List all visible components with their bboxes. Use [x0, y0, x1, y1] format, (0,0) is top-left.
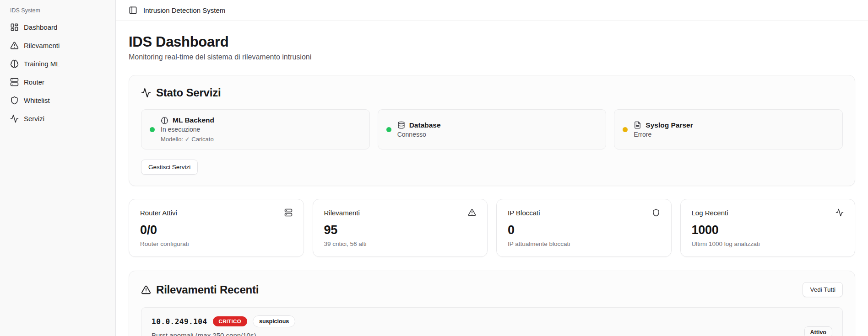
service-model-status: Modello: ✓ Caricato — [161, 136, 214, 143]
service-name: ML Backend — [173, 116, 214, 124]
sidebar-item-training-ml[interactable]: Training ML — [6, 56, 109, 72]
sidebar-item-router[interactable]: Router — [6, 74, 109, 90]
dashboard-icon — [10, 23, 19, 32]
state-badge: Attivo — [804, 326, 832, 336]
stat-title: Log Recenti — [692, 209, 728, 217]
service-status: Errore — [634, 131, 693, 138]
status-dot — [386, 127, 391, 132]
sidebar-toggle-icon[interactable] — [129, 6, 137, 15]
stat-card-log-recenti: Log Recenti 1000 Ultimi 1000 log analizz… — [680, 199, 856, 257]
server-icon — [10, 78, 19, 86]
alert-triangle-icon — [468, 208, 476, 217]
activity-icon — [141, 88, 151, 98]
services-grid: ML Backend In esecuzione Modello: ✓ Cari… — [141, 109, 843, 149]
topbar-title: Intrusion Detection System — [143, 6, 225, 14]
status-dot — [150, 127, 155, 132]
brain-icon — [10, 59, 19, 68]
detections-panel: Rilevamenti Recenti Vedi Tutti 10.0.249.… — [129, 271, 855, 336]
stat-card-rilevamenti: Rilevamenti 95 39 critici, 56 alti — [313, 199, 488, 257]
severity-badge: CRITICO — [213, 316, 247, 326]
shield-icon — [652, 208, 660, 217]
status-dot — [623, 127, 628, 132]
manage-services-button[interactable]: Gestisci Servizi — [141, 160, 198, 175]
service-card-syslog-parser: Syslog Parser Errore — [614, 109, 843, 149]
stat-title: IP Bloccati — [508, 209, 540, 217]
stat-subtext: IP attualmente bloccati — [508, 240, 660, 247]
main-area: Intrusion Detection System IDS Dashboard… — [116, 0, 868, 336]
sidebar-item-label: Dashboard — [24, 23, 57, 31]
sidebar-item-label: Rilevamenti — [24, 42, 60, 49]
services-panel: Stato Servizi ML Backend In esecuzione — [129, 75, 855, 186]
sidebar-item-label: Servizi — [24, 115, 44, 123]
stat-subtext: 39 critici, 56 alti — [324, 240, 477, 247]
stat-title: Router Attivi — [140, 209, 177, 217]
sidebar-item-rilevamenti[interactable]: Rilevamenti — [6, 37, 109, 53]
view-all-button[interactable]: Vedi Tutti — [803, 282, 843, 297]
page-content: IDS Dashboard Monitoring real-time del s… — [116, 21, 868, 336]
alert-triangle-icon — [10, 41, 19, 50]
topbar: Intrusion Detection System — [116, 0, 868, 21]
service-card-database: Database Connesso — [378, 109, 607, 149]
shield-icon — [10, 96, 19, 105]
stat-subtext: Ultimi 1000 log analizzati — [692, 240, 844, 247]
sidebar-item-label: Whitelist — [24, 96, 50, 104]
sidebar-app-title: IDS System — [6, 5, 109, 19]
service-status: In esecuzione — [161, 126, 214, 133]
detection-ip: 10.0.249.104 — [152, 317, 207, 326]
service-card-ml-backend: ML Backend In esecuzione Modello: ✓ Cari… — [141, 109, 370, 149]
stat-title: Rilevamenti — [324, 209, 360, 217]
page-subtitle: Monitoring real-time del sistema di rile… — [129, 53, 855, 61]
detections-panel-title: Rilevamenti Recenti — [156, 283, 259, 296]
detection-description: Burst anomali (max 250 conn/10s) — [152, 331, 295, 336]
stat-value: 1000 — [692, 223, 844, 237]
stat-card-ip-bloccati: IP Bloccati 0 IP attualmente bloccati — [496, 199, 672, 257]
sidebar: IDS System Dashboard Rilevamenti Trainin… — [0, 0, 116, 336]
sidebar-item-label: Router — [24, 78, 44, 86]
sidebar-item-dashboard[interactable]: Dashboard — [6, 19, 109, 35]
activity-icon — [835, 208, 844, 217]
stat-card-router-attivi: Router Attivi 0/0 Router configurati — [129, 199, 304, 257]
sidebar-item-servizi[interactable]: Servizi — [6, 111, 109, 127]
service-name: Database — [409, 121, 441, 129]
stat-value: 0 — [508, 223, 660, 237]
server-icon — [284, 208, 293, 217]
sidebar-item-whitelist[interactable]: Whitelist — [6, 92, 109, 108]
service-status: Connesso — [397, 131, 441, 138]
alert-triangle-icon — [141, 285, 151, 295]
activity-icon — [10, 114, 19, 123]
service-name: Syslog Parser — [646, 121, 693, 129]
detection-row[interactable]: 10.0.249.104 CRITICO suspicious Burst an… — [141, 307, 843, 336]
tag-badge: suspicious — [253, 315, 295, 327]
file-text-icon — [634, 121, 641, 129]
sidebar-item-label: Training ML — [24, 60, 60, 68]
stat-value: 95 — [324, 223, 477, 237]
services-panel-title: Stato Servizi — [156, 86, 221, 99]
brain-icon — [161, 117, 168, 124]
stats-grid: Router Attivi 0/0 Router configurati Ril… — [129, 199, 855, 257]
stat-subtext: Router configurati — [140, 240, 293, 247]
stat-value: 0/0 — [140, 223, 293, 237]
page-title: IDS Dashboard — [129, 34, 855, 50]
database-icon — [397, 121, 405, 129]
